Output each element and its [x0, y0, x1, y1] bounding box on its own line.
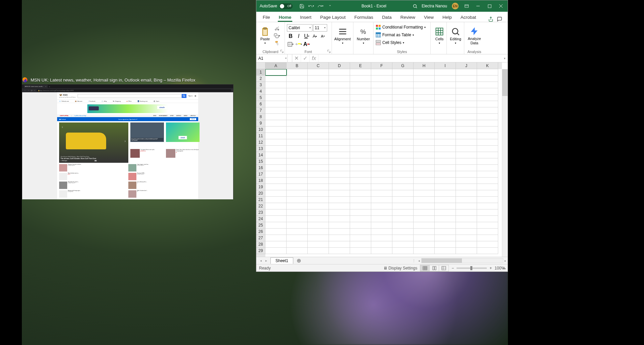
- cell[interactable]: [308, 101, 329, 107]
- column-header[interactable]: F: [371, 62, 392, 69]
- cell[interactable]: [308, 197, 329, 203]
- cell[interactable]: [329, 114, 350, 120]
- row-header[interactable]: 25: [256, 222, 265, 229]
- cell[interactable]: [392, 120, 414, 127]
- cell[interactable]: [350, 114, 371, 120]
- cell[interactable]: [456, 197, 477, 203]
- hscroll-left[interactable]: ◂: [418, 259, 420, 262]
- collapse-ribbon-icon[interactable]: [502, 267, 506, 271]
- cell[interactable]: [329, 139, 350, 146]
- cell[interactable]: [265, 101, 287, 107]
- fill-color-button[interactable]: ▾: [295, 41, 302, 48]
- cell[interactable]: [392, 146, 414, 152]
- excel-title-bar[interactable]: AutoSave Off ▾ ▾ ⁼ Book1 - Excel Electra…: [256, 0, 508, 12]
- cell[interactable]: [329, 152, 350, 158]
- row-header[interactable]: 2: [256, 76, 265, 82]
- cell[interactable]: [350, 107, 371, 114]
- cell[interactable]: [329, 229, 350, 235]
- cell[interactable]: [329, 127, 350, 133]
- cell[interactable]: [392, 152, 414, 158]
- cell[interactable]: [329, 101, 350, 107]
- cell[interactable]: [456, 158, 477, 165]
- cell[interactable]: [456, 178, 477, 184]
- cell[interactable]: [414, 203, 435, 209]
- cell[interactable]: [435, 152, 456, 158]
- nav-item[interactable]: NEWS: [153, 115, 156, 116]
- cell[interactable]: [456, 139, 477, 146]
- row-header[interactable]: 27: [256, 235, 265, 241]
- cell[interactable]: [435, 127, 456, 133]
- cell[interactable]: [477, 107, 498, 114]
- page-layout-view-button[interactable]: [430, 265, 439, 271]
- font-color-button[interactable]: A▾: [303, 41, 310, 48]
- cell[interactable]: [414, 190, 435, 197]
- cell[interactable]: [371, 127, 392, 133]
- column-header[interactable]: I: [435, 62, 456, 69]
- cell[interactable]: [350, 133, 371, 139]
- save-button[interactable]: [299, 3, 305, 9]
- cell[interactable]: [392, 76, 414, 82]
- qat-customize[interactable]: ⁼: [327, 3, 333, 9]
- undo-button[interactable]: ▾: [308, 3, 314, 9]
- row-header[interactable]: 29: [256, 248, 265, 254]
- cell[interactable]: [265, 120, 287, 127]
- small-news-card[interactable]: More lockdown pain as...■ 1st: [59, 173, 127, 180]
- cut-button[interactable]: [273, 25, 281, 32]
- close-button[interactable]: [498, 4, 504, 8]
- cell[interactable]: [308, 95, 329, 101]
- underline-button[interactable]: U▾: [303, 33, 310, 40]
- sheet-tab[interactable]: Sheet1: [270, 257, 293, 264]
- cell[interactable]: [371, 133, 392, 139]
- cell[interactable]: [477, 69, 498, 76]
- column-header[interactable]: H: [414, 62, 435, 69]
- cell[interactable]: [435, 184, 456, 190]
- cell[interactable]: [329, 120, 350, 127]
- nav-item[interactable]: MONEY: [184, 115, 187, 116]
- column-header[interactable]: C: [308, 62, 329, 69]
- row-header[interactable]: 11: [256, 133, 265, 139]
- cell[interactable]: [287, 165, 308, 171]
- reload-button[interactable]: ⟳: [31, 89, 33, 92]
- cell[interactable]: [414, 222, 435, 229]
- cell[interactable]: [392, 216, 414, 222]
- cell[interactable]: [329, 235, 350, 241]
- small-news-card[interactable]: Wounded club owner's...■ Digital Spy UK: [59, 182, 127, 189]
- cell[interactable]: [392, 190, 414, 197]
- cell[interactable]: [371, 120, 392, 127]
- cell[interactable]: [350, 120, 371, 127]
- nav-item[interactable]: ESPORTS: [176, 115, 181, 116]
- redo-button[interactable]: ▾: [317, 3, 324, 9]
- row-header[interactable]: 9: [256, 120, 265, 127]
- cell[interactable]: [414, 158, 435, 165]
- hero-card[interactable]: ‹ › The all-new Golf 8 Estate - More Gol…: [59, 122, 128, 163]
- spreadsheet-grid[interactable]: ABCDEFGHIJK 1234567891011121314151617181…: [256, 62, 508, 257]
- cell[interactable]: [329, 209, 350, 216]
- normal-view-button[interactable]: [420, 265, 430, 271]
- cell[interactable]: [371, 139, 392, 146]
- cell[interactable]: [371, 235, 392, 241]
- new-tab-button[interactable]: +: [49, 86, 50, 88]
- cell[interactable]: [456, 82, 477, 88]
- column-headers[interactable]: ABCDEFGHIJK: [265, 62, 502, 69]
- row-header[interactable]: 1: [256, 69, 265, 76]
- cell[interactable]: [414, 107, 435, 114]
- cell[interactable]: [265, 171, 287, 178]
- cell[interactable]: [435, 88, 456, 95]
- cell[interactable]: [414, 184, 435, 190]
- cell[interactable]: [371, 197, 392, 203]
- cell[interactable]: [308, 203, 329, 209]
- cell[interactable]: [371, 171, 392, 178]
- cell[interactable]: [287, 152, 308, 158]
- cell[interactable]: [308, 139, 329, 146]
- edge-promo[interactable]: Try MSN in Microsoft Edge: [74, 115, 86, 116]
- cell[interactable]: [329, 165, 350, 171]
- cell[interactable]: [350, 216, 371, 222]
- outlook-signin-button[interactable]: SIGN IN: [190, 118, 196, 120]
- cell[interactable]: [287, 139, 308, 146]
- cell[interactable]: [287, 88, 308, 95]
- cell[interactable]: [287, 120, 308, 127]
- cell[interactable]: [435, 139, 456, 146]
- cell[interactable]: [308, 184, 329, 190]
- cell[interactable]: [477, 76, 498, 82]
- font-name-combo[interactable]: Calibri▾: [287, 24, 312, 32]
